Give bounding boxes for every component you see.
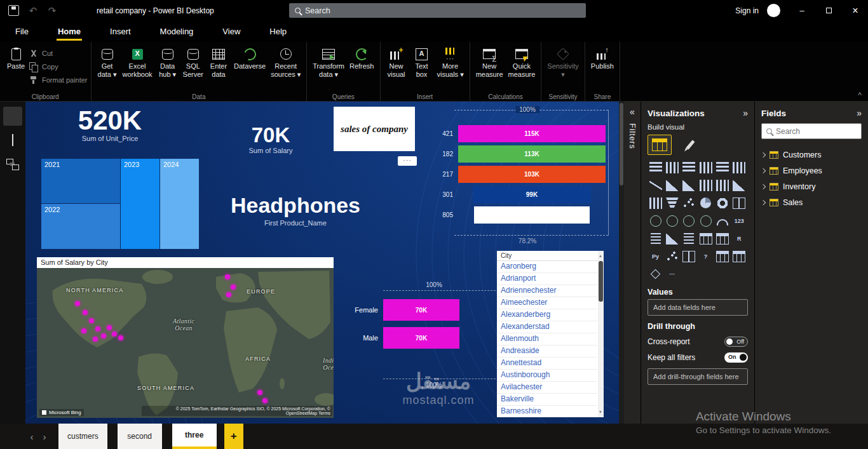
new-visual-button[interactable]: Newvisual (384, 44, 409, 81)
global-search-input[interactable] (305, 6, 580, 15)
map-data-point[interactable] (95, 326, 100, 332)
map-data-point[interactable] (112, 332, 117, 337)
report-view-button[interactable] (3, 107, 22, 126)
map-data-point[interactable] (262, 398, 268, 403)
funnel-row[interactable]: 421 115K (435, 123, 619, 144)
map-data-point[interactable] (75, 301, 80, 306)
slicer-item[interactable]: Avilachester (497, 382, 597, 394)
field-table-row[interactable]: Customers (761, 147, 862, 163)
expand-chevron-icon[interactable] (761, 152, 766, 157)
expand-chevron-icon[interactable] (761, 168, 766, 173)
more-visuals-options-icon[interactable]: ··· (664, 267, 680, 281)
map-icon[interactable] (648, 213, 663, 228)
keep-all-filters-toggle[interactable]: On (724, 352, 748, 363)
treemap-icon[interactable] (731, 196, 747, 210)
data-hub-button[interactable]: Datahub ▾ (155, 44, 180, 81)
funnel-visual-gender[interactable]: 100% Female 70K Male 70K 100% (346, 281, 518, 399)
slicer-icon[interactable] (681, 231, 697, 246)
python-icon[interactable]: Py (648, 249, 663, 264)
slicer-item[interactable]: Aaronberg (497, 261, 597, 273)
matrix-icon[interactable] (714, 231, 730, 246)
card-visual-first-product[interactable]: Headphones First Product_Name (197, 194, 394, 227)
card-visual-salary[interactable]: 70K Sum of Salary (235, 124, 306, 154)
funnel-row[interactable]: Male 70K (346, 327, 518, 349)
funnel-bar[interactable]: 115K (458, 125, 606, 142)
area-chart-icon[interactable] (664, 178, 680, 192)
recent-sources-button[interactable]: Recentsources ▾ (268, 44, 303, 81)
multi-row-card-icon[interactable] (648, 231, 663, 246)
key-influencers-icon[interactable] (664, 249, 680, 264)
model-view-button[interactable] (3, 155, 22, 174)
expand-filters-button[interactable]: « (630, 107, 635, 117)
publish-button[interactable]: Publish (588, 44, 616, 72)
drill-through-field-well[interactable]: Add drill-through fields here (648, 368, 748, 385)
slicer-item[interactable]: Austinborough (497, 370, 597, 382)
map-data-point[interactable] (118, 335, 123, 340)
page-tab[interactable]: custmers (58, 424, 107, 449)
azure-map-icon[interactable] (698, 213, 714, 228)
new-measure-button[interactable]: Newmeasure (473, 44, 506, 81)
slicer-item[interactable]: Alexanderberg (497, 309, 597, 321)
map-area[interactable]: NORTH AMERICA EUROPE Atlantic Ocean AFRI… (37, 268, 334, 418)
canvas-scrollbar[interactable] (619, 102, 624, 424)
menu-view[interactable]: View (221, 22, 241, 41)
gauge-icon[interactable] (714, 213, 730, 228)
shape-map-icon[interactable] (681, 213, 697, 228)
line-and-clustered-column-icon[interactable] (714, 178, 730, 192)
qa-icon[interactable]: ? (698, 249, 714, 264)
map-data-point[interactable] (257, 390, 262, 395)
menu-insert[interactable]: Insert (109, 22, 132, 41)
sql-server-button[interactable]: SQLServer (180, 44, 206, 81)
slicer-item[interactable]: Andreaside (497, 345, 597, 358)
funnel-bar[interactable]: 113K (458, 145, 606, 163)
funnel-row[interactable]: 217 103K (435, 164, 619, 184)
slicer-item[interactable]: Barnesshire (497, 406, 597, 417)
global-search-box[interactable] (289, 3, 586, 18)
funnel-row[interactable]: 301 99K (435, 184, 619, 204)
map-data-point[interactable] (93, 337, 98, 342)
data-view-button[interactable] (3, 131, 22, 150)
pie-chart-icon[interactable] (698, 196, 714, 210)
treemap-box[interactable]: 2021 (41, 159, 120, 203)
treemap-box[interactable]: 2022 (41, 204, 120, 249)
sensitivity-button[interactable]: Sensitivity▾ (545, 44, 581, 81)
maximize-button[interactable] (816, 0, 841, 21)
slicer-item[interactable]: Bakerville (497, 394, 597, 406)
text-box-visual[interactable]: sales of company (334, 107, 415, 151)
treemap-box[interactable]: 2023 (121, 159, 159, 249)
funnel-visual-products[interactable]: 100% 421 115K 182 113K (435, 104, 619, 250)
table-icon[interactable] (698, 231, 714, 246)
format-visual-tab[interactable] (678, 135, 702, 155)
funnel-bar[interactable] (474, 206, 590, 224)
slicer-scrollbar[interactable] (598, 251, 604, 417)
stacked-column-chart-icon[interactable] (664, 160, 680, 175)
minimize-button[interactable]: – (789, 0, 815, 21)
funnel-bar[interactable]: 70K (383, 327, 459, 349)
menu-file[interactable]: File (14, 22, 30, 41)
format-painter-button[interactable]: Format painter (29, 75, 88, 85)
decomposition-tree-icon[interactable] (681, 249, 697, 264)
menu-home[interactable]: Home (57, 22, 82, 41)
map-data-point[interactable] (89, 318, 94, 323)
slicer-item[interactable]: Aimeechester (497, 297, 597, 309)
ribbon-chart-icon[interactable] (731, 178, 747, 192)
paste-button[interactable]: Paste (3, 44, 29, 72)
paginated-report-icon[interactable] (731, 249, 747, 264)
refresh-button[interactable]: Refresh (347, 44, 377, 72)
slicer-item[interactable]: Adrianport (497, 273, 597, 285)
fields-search-box[interactable] (761, 123, 862, 139)
expand-chevron-icon[interactable] (761, 184, 766, 189)
funnel-chart-icon[interactable] (664, 196, 680, 210)
funnel-bar[interactable]: 99K (473, 186, 591, 203)
stacked-bar-100-icon[interactable] (714, 160, 730, 175)
stacked-column-100-icon[interactable] (731, 160, 747, 175)
values-field-well[interactable]: Add data fields here (648, 299, 748, 316)
city-slicer-visual[interactable]: City Aaronberg Adrianport Adriennecheste… (497, 251, 604, 417)
donut-chart-icon[interactable] (714, 196, 730, 210)
slicer-scroll-thumb[interactable] (599, 261, 603, 302)
clustered-bar-chart-icon[interactable] (681, 160, 697, 175)
enter-data-button[interactable]: Enterdata (206, 44, 231, 81)
funnel-row[interactable]: Female 70K (346, 299, 518, 321)
filled-map-icon[interactable] (664, 213, 680, 228)
field-table-row[interactable]: Inventory (761, 178, 862, 194)
